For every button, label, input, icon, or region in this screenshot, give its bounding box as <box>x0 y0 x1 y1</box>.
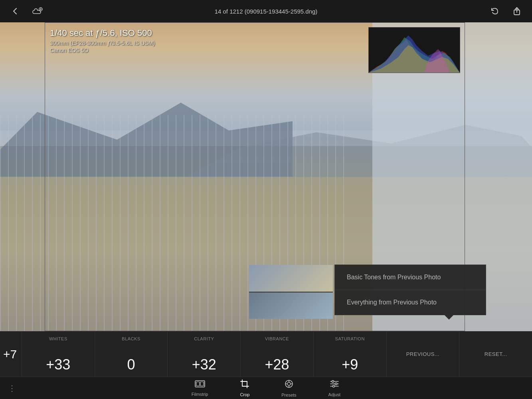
vibrance-label: VIBRANCE <box>265 336 289 341</box>
presets-icon <box>284 379 294 391</box>
whites-adj[interactable]: WHITES +33 <box>22 332 95 377</box>
blacks-value: 0 <box>127 358 135 372</box>
vibrance-value: +28 <box>265 358 289 372</box>
exposure-adj[interactable]: +7 <box>0 332 22 377</box>
crop-label: Crop <box>240 392 249 397</box>
cloud-button[interactable] <box>30 4 45 18</box>
blacks-label: BLACKS <box>122 336 140 341</box>
reset-button[interactable]: RESET... <box>459 332 532 377</box>
svg-rect-7 <box>196 382 200 386</box>
top-bar-left <box>8 4 45 18</box>
previous-button[interactable]: PREVIOUS... <box>387 332 460 377</box>
back-button[interactable] <box>8 4 22 18</box>
filmstrip-icon <box>195 380 205 390</box>
saturation-label: SATURATION <box>335 336 365 341</box>
camera-model: Canon EOS 5D <box>50 47 155 53</box>
popup-caret <box>444 315 454 320</box>
svg-rect-8 <box>200 382 204 386</box>
saturation-adj[interactable]: SATURATION +9 <box>314 332 387 377</box>
crop-tab[interactable]: Crop <box>240 379 249 397</box>
top-bar: 14 of 1212 (090915-193445-2595.dng) <box>0 0 532 22</box>
saturation-value: +9 <box>342 358 358 372</box>
crop-icon <box>240 379 249 391</box>
previous-label: PREVIOUS... <box>406 351 440 357</box>
undo-button[interactable] <box>487 4 502 18</box>
svg-point-30 <box>332 385 334 387</box>
adjust-icon <box>330 379 339 391</box>
exposure-value: +7 <box>3 348 17 361</box>
share-button[interactable] <box>510 4 524 18</box>
shutter-speed: 1/40 sec at ƒ/5.6, ISO 500 <box>50 28 155 38</box>
everything-option[interactable]: Everything from Previous Photo <box>335 290 486 315</box>
adjust-tab[interactable]: Adjust <box>328 379 341 397</box>
filmstrip-tab[interactable]: Filmstrip <box>192 380 208 397</box>
previous-thumbnails <box>249 265 333 319</box>
filmstrip-label: Filmstrip <box>192 392 208 397</box>
histogram <box>368 27 460 73</box>
svg-rect-6 <box>195 381 205 387</box>
more-options-button[interactable]: ⋮ <box>8 383 16 393</box>
svg-point-29 <box>335 383 337 385</box>
basic-tones-option[interactable]: Basic Tones from Previous Photo <box>335 265 486 290</box>
whites-label: WHITES <box>49 336 67 341</box>
whites-value: +33 <box>46 358 70 372</box>
previous-popup: Basic Tones from Previous Photo Everythi… <box>334 265 486 315</box>
clarity-adj[interactable]: CLARITY +32 <box>168 332 241 377</box>
svg-point-28 <box>332 380 334 382</box>
prev-thumb-top <box>249 265 333 292</box>
adjust-label: Adjust <box>328 392 341 397</box>
photo-metadata: 1/40 sec at ƒ/5.6, ISO 500 300mm (EF28-3… <box>50 28 155 53</box>
prev-thumb-bottom <box>249 292 333 319</box>
presets-label: Presets <box>281 393 296 397</box>
presets-tab[interactable]: Presets <box>281 379 296 397</box>
adjustment-strip: +7 WHITES +33 BLACKS 0 CLARITY +32 VIBRA… <box>0 331 532 377</box>
blacks-adj[interactable]: BLACKS 0 <box>95 332 168 377</box>
top-bar-right <box>487 4 524 18</box>
bottom-toolbar: ⋮ Filmstrip <box>0 377 532 399</box>
lens-info: 300mm (EF28-300mm ƒ/3.5-5.6L IS USM) <box>50 40 155 46</box>
vibrance-adj[interactable]: VIBRANCE +28 <box>241 332 314 377</box>
clarity-label: CLARITY <box>194 336 214 341</box>
clarity-value: +32 <box>192 358 216 372</box>
page-title: 14 of 1212 (090915-193445-2595.dng) <box>215 8 318 15</box>
reset-label: RESET... <box>485 351 507 357</box>
previous-options: Basic Tones from Previous Photo Everythi… <box>335 265 486 315</box>
svg-point-20 <box>287 382 291 385</box>
